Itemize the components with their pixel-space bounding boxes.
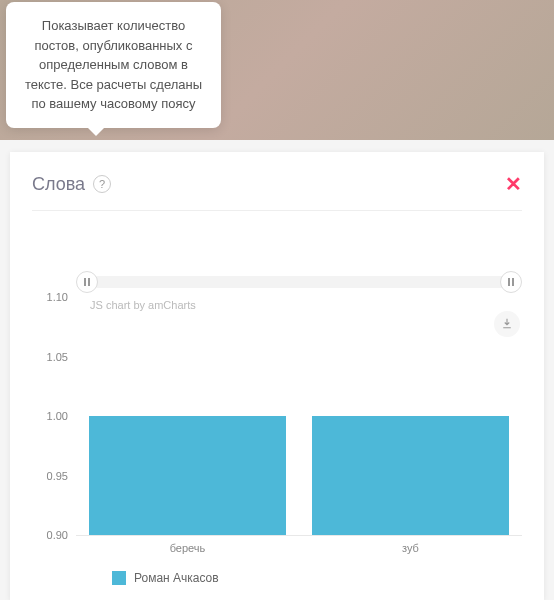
- legend[interactable]: Роман Ачкасов: [112, 571, 522, 585]
- x-axis: беречьзуб: [76, 535, 522, 557]
- bar[interactable]: [312, 416, 508, 535]
- y-tick: 0.90: [47, 529, 68, 541]
- bar[interactable]: [89, 416, 285, 535]
- chart-area: JS chart by amCharts 0.900.951.001.051.1…: [32, 211, 522, 585]
- svg-rect-1: [88, 278, 90, 286]
- bar-slot: [299, 297, 522, 535]
- svg-rect-3: [512, 278, 514, 286]
- pause-icon: [506, 277, 516, 287]
- pause-icon: [82, 277, 92, 287]
- y-tick: 0.95: [47, 470, 68, 482]
- card-title: Слова: [32, 174, 85, 195]
- help-tooltip-text: Показывает количество постов, опубликова…: [25, 18, 202, 111]
- help-tooltip: Показывает количество постов, опубликова…: [6, 2, 221, 128]
- plot-inner: [76, 297, 522, 535]
- card-header: Слова ? ✕: [32, 172, 522, 211]
- words-card: Слова ? ✕ JS chart by amCharts 0.900.951…: [10, 152, 544, 600]
- chart-scroll-left[interactable]: [76, 271, 98, 293]
- bars-container: [76, 297, 522, 535]
- y-tick: 1.10: [47, 291, 68, 303]
- y-tick: 1.00: [47, 410, 68, 422]
- y-tick: 1.05: [47, 351, 68, 363]
- x-tick: зуб: [299, 536, 522, 557]
- svg-rect-2: [508, 278, 510, 286]
- chart-scroll-track[interactable]: [92, 276, 512, 288]
- card-title-wrap: Слова ?: [32, 174, 111, 195]
- y-axis: 0.900.951.001.051.10: [32, 297, 72, 535]
- chart-plot: 0.900.951.001.051.10 беречьзуб: [76, 297, 522, 557]
- help-icon[interactable]: ?: [93, 175, 111, 193]
- close-icon[interactable]: ✕: [505, 172, 522, 196]
- svg-rect-0: [84, 278, 86, 286]
- legend-label: Роман Ачкасов: [134, 571, 219, 585]
- bar-slot: [76, 297, 299, 535]
- legend-swatch: [112, 571, 126, 585]
- chart-scroll-right[interactable]: [500, 271, 522, 293]
- x-tick: беречь: [76, 536, 299, 557]
